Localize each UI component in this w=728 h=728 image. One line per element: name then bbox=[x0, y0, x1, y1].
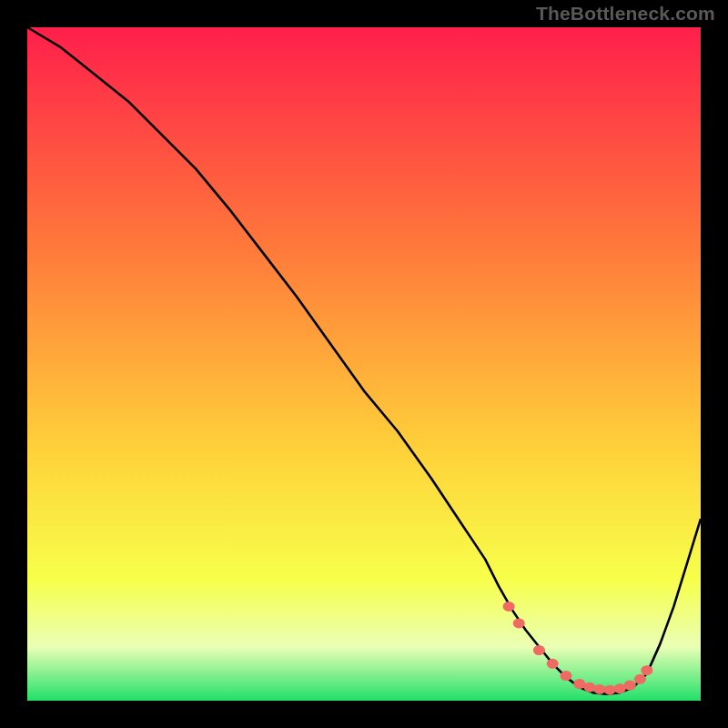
curve-marker bbox=[547, 659, 559, 669]
curve-marker bbox=[624, 681, 636, 691]
curve-marker bbox=[561, 671, 572, 681]
curve-marker bbox=[614, 683, 626, 693]
chart-stage: TheBottleneck.com bbox=[0, 0, 728, 728]
curve-marker bbox=[533, 645, 545, 655]
curve-marker bbox=[604, 685, 616, 695]
curve-marker bbox=[583, 682, 595, 693]
curve-marker bbox=[634, 674, 646, 684]
curve-marker bbox=[513, 618, 525, 628]
bottleneck-curve-chart bbox=[0, 0, 728, 728]
gradient-background bbox=[27, 27, 701, 701]
curve-marker bbox=[641, 665, 652, 675]
curve-marker bbox=[594, 684, 606, 694]
curve-marker bbox=[503, 602, 515, 612]
curve-marker bbox=[573, 679, 585, 689]
